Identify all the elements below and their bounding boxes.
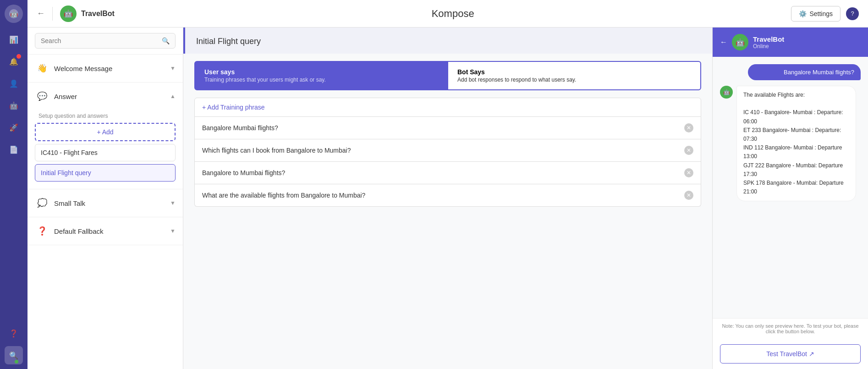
phrase-text-2: Which flights can I book from Bangalore … xyxy=(202,147,684,154)
welcome-label: Welcome Message xyxy=(54,65,165,72)
back-button[interactable]: ← xyxy=(37,9,45,18)
content-header: Initial Flight query xyxy=(183,28,712,54)
bot-info: 🤖 TravelBot xyxy=(60,6,115,22)
phrase-item-2: Which flights can I book from Bangalore … xyxy=(194,139,701,162)
welcome-icon: 👋 xyxy=(35,61,49,76)
tab-user-says-desc: Training phrases that your users might a… xyxy=(204,77,438,83)
phrase-text-3: Bangalore to Mumbai flights? xyxy=(202,169,684,176)
training-section: + Add Training phrase Bangalore Mumbai f… xyxy=(194,98,701,207)
phrase-remove-3[interactable]: ✕ xyxy=(684,168,693,177)
nav-docs[interactable]: 📄 xyxy=(5,140,23,159)
answer-sub-text: Setup question and answers xyxy=(35,113,176,123)
phrase-item-1: Bangalore Mumbai flights? ✕ xyxy=(194,117,701,139)
header-divider xyxy=(52,7,53,21)
welcome-chevron: ▼ xyxy=(170,65,176,72)
bot-avatar-small: 🤖 xyxy=(720,86,733,99)
preview-back-button[interactable]: ← xyxy=(720,38,727,46)
bot-response-text: The available Flights are: IC 410 - Bang… xyxy=(743,91,849,196)
preview-body: Bangalore Mumbai flights? 🤖 The availabl… xyxy=(713,57,868,318)
nav-help[interactable]: ❓ xyxy=(5,324,23,342)
content-title: Initial Flight query xyxy=(196,37,701,46)
search-input-wrap: 🔍 xyxy=(35,33,176,49)
answer-label: Answer xyxy=(54,93,165,100)
nav-messages[interactable]: 🔔 xyxy=(5,52,23,71)
preview-header: ← 🤖 TravelBot Online xyxy=(713,28,868,57)
tab-bot-says-title: Bot Says xyxy=(457,68,691,76)
sidebar-answer-sub: Setup question and answers + Add IC410 -… xyxy=(27,110,183,189)
phrase-remove-1[interactable]: ✕ xyxy=(684,123,693,132)
user-message-bubble: Bangalore Mumbai flights? xyxy=(748,64,861,80)
preview-note: Note: You can only see preview here. To … xyxy=(713,318,868,339)
tab-user-says[interactable]: User says Training phrases that your use… xyxy=(194,61,448,90)
search-box: 🔍 xyxy=(27,28,183,55)
fallback-icon: ❓ xyxy=(35,224,49,238)
fallback-chevron: ▼ xyxy=(170,228,176,234)
add-training-phrase-button[interactable]: + Add Training phrase xyxy=(194,98,701,117)
sidebar-section-small-talk: 💭 Small Talk ▼ xyxy=(27,189,183,217)
gear-icon: ⚙️ xyxy=(799,10,807,17)
test-bot-button[interactable]: Test TravelBot ↗ xyxy=(720,344,861,363)
small-talk-icon: 💭 xyxy=(35,196,49,210)
nav-users[interactable]: 👤 xyxy=(5,74,23,93)
preview-bot-avatar: 🤖 xyxy=(732,34,748,50)
tab-user-says-title: User says xyxy=(204,68,438,76)
search-input[interactable] xyxy=(41,37,162,44)
help-button[interactable]: ? xyxy=(846,7,859,20)
sidebar-section-small-talk-header[interactable]: 💭 Small Talk ▼ xyxy=(27,189,183,217)
phrase-item-4: What are the available flights from Bang… xyxy=(194,184,701,207)
phrase-remove-4[interactable]: ✕ xyxy=(684,191,693,200)
tabs-row: User says Training phrases that your use… xyxy=(194,61,701,90)
phrase-text-4: What are the available flights from Bang… xyxy=(202,192,684,199)
preview-bot-info: TravelBot Online xyxy=(753,35,861,50)
sidebar-section-answer-header[interactable]: 💬 Answer ▲ xyxy=(27,83,183,110)
answer-icon: 💬 xyxy=(35,89,49,104)
main-container: ← 🤖 TravelBot Kompose ⚙️ Settings ? 🔍 xyxy=(27,0,868,369)
sidebar-section-welcome-header[interactable]: 👋 Welcome Message ▼ xyxy=(27,55,183,82)
app-logo[interactable]: 🤖 xyxy=(5,5,23,23)
settings-button[interactable]: ⚙️ Settings xyxy=(791,6,841,22)
body-area: 🔍 👋 Welcome Message ▼ 💬 Answer ▲ xyxy=(27,28,868,369)
small-talk-label: Small Talk xyxy=(54,199,165,207)
sidebar-section-welcome: 👋 Welcome Message ▼ xyxy=(27,55,183,83)
tab-bot-says-desc: Add bot responses to respond to what use… xyxy=(457,77,691,83)
svg-text:🤖: 🤖 xyxy=(10,10,18,18)
search-icon: 🔍 xyxy=(162,37,170,44)
notification-badge xyxy=(16,54,21,59)
tab-bot-says[interactable]: Bot Says Add bot responses to respond to… xyxy=(448,61,701,90)
nav-dashboard[interactable]: 📊 xyxy=(5,30,23,49)
sidebar-item-ic410[interactable]: IC410 - Flight Fares xyxy=(35,144,176,161)
sidebar-section-default-fallback: ❓ Default Fallback ▼ xyxy=(27,217,183,245)
sidebar-section-fallback-header[interactable]: ❓ Default Fallback ▼ xyxy=(27,217,183,245)
fallback-label: Default Fallback xyxy=(54,227,165,235)
preview-panel: ← 🤖 TravelBot Online Bangalore Mumbai fl… xyxy=(712,28,868,369)
header-settings: ⚙️ Settings ? xyxy=(791,6,859,22)
phrase-remove-2[interactable]: ✕ xyxy=(684,146,693,155)
left-navigation: 🤖 📊 🔔 👤 🤖 🚀 📄 ❓ 🔍 xyxy=(0,0,27,369)
page-title: Kompose xyxy=(115,8,791,20)
add-answer-button[interactable]: + Add xyxy=(35,123,176,141)
preview-bot-status: Online xyxy=(753,43,861,50)
nav-bot[interactable]: 🤖 xyxy=(5,96,23,115)
top-header: ← 🤖 TravelBot Kompose ⚙️ Settings ? xyxy=(27,0,868,28)
small-talk-chevron: ▼ xyxy=(170,200,176,206)
bot-message-row: 🤖 The available Flights are: IC 410 - Ba… xyxy=(720,86,861,201)
nav-search[interactable]: 🔍 xyxy=(5,346,23,364)
bot-response-bubble: The available Flights are: IC 410 - Bang… xyxy=(736,86,856,201)
phrase-text-1: Bangalore Mumbai flights? xyxy=(202,124,684,132)
content-area: Initial Flight query User says Training … xyxy=(183,28,712,369)
sidebar: 🔍 👋 Welcome Message ▼ 💬 Answer ▲ xyxy=(27,28,183,369)
sidebar-section-answer: 💬 Answer ▲ Setup question and answers + … xyxy=(27,83,183,189)
answer-chevron: ▲ xyxy=(170,93,176,99)
phrase-item-3: Bangalore to Mumbai flights? ✕ xyxy=(194,162,701,184)
bot-name: TravelBot xyxy=(81,10,115,18)
sidebar-item-initial-flight[interactable]: Initial Flight query xyxy=(35,164,176,182)
nav-deploy[interactable]: 🚀 xyxy=(5,118,23,137)
preview-bot-name: TravelBot xyxy=(753,35,861,43)
bot-avatar: 🤖 xyxy=(60,6,77,22)
